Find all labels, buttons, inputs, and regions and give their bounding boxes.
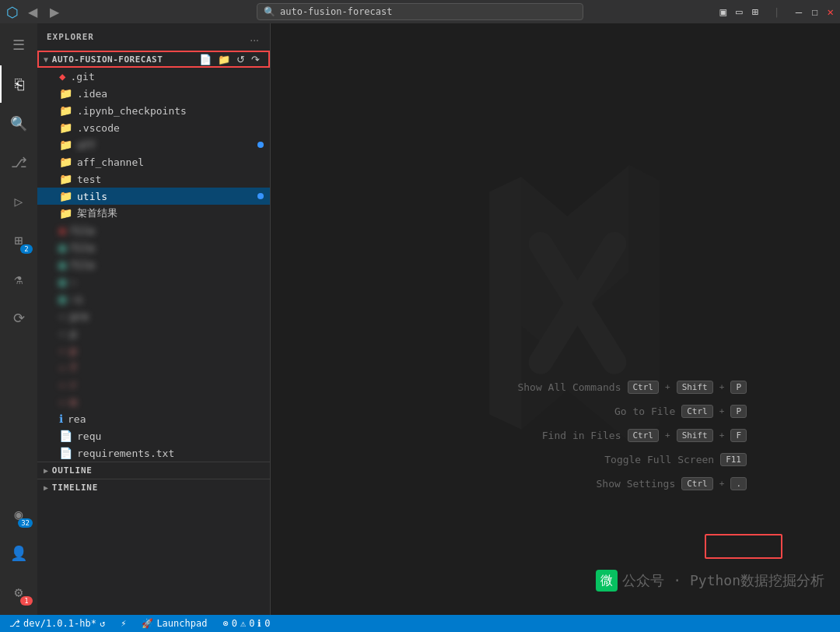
tree-item-file-green-3[interactable]: ▦ ~ bbox=[37, 273, 270, 290]
tree-item-label-ipynb: .ipynb_checkpoints bbox=[77, 105, 187, 117]
activity-settings[interactable]: ⚙ 1 bbox=[0, 573, 37, 610]
activity-extensions[interactable]: ⊞ 2 bbox=[0, 221, 37, 258]
tree-item-fr[interactable]: — r bbox=[37, 376, 270, 393]
project-action-icons: 📄 📁 ↺ ↷ bbox=[197, 53, 262, 66]
tree-item-vscode[interactable]: 📁 .vscode bbox=[37, 119, 270, 136]
explorer-tree: ▼ AUTO-FUSION-FORECAST 📄 📁 ↺ ↷ ◆ .git 📁 bbox=[37, 51, 270, 615]
tree-item-label-fp: p bbox=[70, 345, 76, 356]
titlebar: ⬡ ◀ ▶ 🔍 auto-fusion-forecast ▣ ▭ ⊞ | — ☐… bbox=[0, 0, 840, 23]
kbd-plus-4: + bbox=[665, 430, 670, 441]
kbd-plus-3: + bbox=[719, 406, 725, 416]
content-area: Show All Commands Ctrl + Shift + P Go to… bbox=[271, 23, 840, 615]
timeline-label: TIMELINE bbox=[52, 483, 98, 493]
sidebar-header: EXPLORER ... bbox=[37, 23, 270, 51]
activity-menu[interactable]: ☰ bbox=[0, 26, 37, 64]
tree-item-git[interactable]: ◆ .git bbox=[37, 68, 270, 85]
new-file-button[interactable]: 📄 bbox=[197, 53, 214, 66]
outline-section-header[interactable]: ▶ OUTLINE bbox=[37, 462, 270, 479]
tree-item-results[interactable]: 📁 架首结果 bbox=[37, 205, 270, 222]
kbd-plus-5: + bbox=[719, 430, 725, 441]
status-remote[interactable]: ⚡ bbox=[117, 615, 129, 632]
kbd-p: P bbox=[730, 381, 747, 394]
shortcut-row-find: Find in Files Ctrl + Shift + F bbox=[517, 429, 747, 442]
activity-accounts[interactable]: 👤 bbox=[0, 534, 37, 571]
search-bar[interactable]: 🔍 auto-fusion-forecast bbox=[257, 3, 583, 20]
shortcut-label-settings: Show Settings bbox=[597, 478, 676, 490]
back-button[interactable]: ◀ bbox=[25, 3, 40, 21]
kbd-shift: Shift bbox=[677, 381, 713, 394]
shortcut-row-settings: Show Settings Ctrl + . bbox=[517, 477, 747, 490]
tree-item-requirements[interactable]: 📄 requirements.txt bbox=[37, 444, 270, 462]
layout-icon-3[interactable]: ⊞ bbox=[751, 5, 758, 18]
tree-item-label-utils: utils bbox=[77, 191, 107, 202]
status-launchpad[interactable]: 🚀 Launchpad bbox=[138, 615, 210, 632]
tree-item-idea[interactable]: 📁 .idea bbox=[37, 85, 270, 102]
activity-testing[interactable]: ⚗ bbox=[0, 260, 37, 297]
file-red-icon: — bbox=[59, 344, 65, 356]
kbd-plus-2: + bbox=[719, 382, 725, 392]
file-red-icon-4: — bbox=[59, 395, 65, 408]
tree-item-label-requ: requ bbox=[77, 430, 101, 442]
status-branch[interactable]: ⎇ dev/1.0.1-hb* ↺ bbox=[6, 615, 108, 632]
file-red-icon-2: — bbox=[59, 361, 65, 374]
tree-item-file-green-1[interactable]: ▦ file bbox=[37, 239, 270, 256]
project-header[interactable]: ▼ AUTO-FUSION-FORECAST 📄 📁 ↺ ↷ bbox=[37, 51, 270, 68]
timeline-section-header[interactable]: ▶ TIMELINE bbox=[37, 479, 270, 496]
shortcut-row-fullscreen: Toggle Full Screen F11 bbox=[517, 453, 747, 466]
settings-badge: 1 bbox=[20, 596, 33, 606]
sync-icon: ↺ bbox=[100, 618, 105, 629]
wechat-icon: 微 bbox=[596, 570, 618, 592]
status-errors[interactable]: ⊗ 0 ⚠ 0 ℹ 0 bbox=[219, 615, 273, 632]
statusbar: ⎇ dev/1.0.1-hb* ↺ ⚡ 🚀 Launchpad ⊗ 0 ⚠ 0 … bbox=[0, 615, 840, 632]
activity-bottom: ◉ 32 👤 ⚙ 1 bbox=[0, 495, 37, 615]
tree-item-hazard[interactable]: ◆ file bbox=[37, 222, 270, 239]
kbd-dot: . bbox=[730, 477, 747, 490]
project-name: AUTO-FUSION-FORECAST bbox=[52, 54, 163, 65]
close-button[interactable]: ✕ bbox=[828, 5, 834, 18]
tree-item-fp[interactable]: — p bbox=[37, 342, 270, 359]
activity-source-control-badge[interactable]: ◉ 32 bbox=[0, 495, 37, 532]
collapse-button[interactable]: ↷ bbox=[249, 53, 262, 66]
hazard-icon: ◆ bbox=[59, 224, 65, 237]
refresh-button[interactable]: ↺ bbox=[234, 53, 247, 66]
folder-icon: 📁 bbox=[59, 207, 72, 219]
tree-item-file-green-2[interactable]: ▦ file bbox=[37, 256, 270, 273]
folder-icon: 📁 bbox=[59, 87, 72, 100]
main-area: ☰ ⎗ 🔍 ⎇ ▷ ⊞ 2 ⚗ ⟳ ◉ 32 👤 bbox=[0, 23, 840, 615]
tree-item-requ[interactable]: 📄 requ bbox=[37, 427, 270, 444]
layout-icon-1[interactable]: ▣ bbox=[720, 5, 726, 18]
tree-item-label-test: test bbox=[77, 174, 101, 185]
source-control-badge-count: 32 bbox=[18, 518, 33, 528]
tree-item-label-fr: r bbox=[70, 379, 76, 391]
tree-item-file-green-4[interactable]: ▦ ~s bbox=[37, 290, 270, 307]
activity-search[interactable]: 🔍 bbox=[0, 104, 37, 142]
new-folder-button[interactable]: 📁 bbox=[215, 53, 233, 66]
sidebar: EXPLORER ... ▼ AUTO-FUSION-FORECAST 📄 📁 … bbox=[37, 23, 271, 615]
tree-item-label-requirements: requirements.txt bbox=[77, 448, 174, 459]
project-chevron-icon: ▼ bbox=[44, 55, 49, 64]
activity-source-control[interactable]: ⎇ bbox=[0, 143, 37, 181]
tree-item-utils[interactable]: 📁 utils bbox=[37, 188, 270, 205]
activity-explorer[interactable]: ⎗ bbox=[0, 65, 37, 103]
folder-icon: 📁 bbox=[59, 139, 72, 151]
forward-button[interactable]: ▶ bbox=[47, 3, 62, 21]
activity-run[interactable]: ▷ bbox=[0, 182, 37, 219]
tree-item-pre2[interactable]: — p bbox=[37, 325, 270, 342]
tree-item-aff[interactable]: 📁 aff bbox=[37, 136, 270, 153]
maximize-button[interactable]: ☐ bbox=[811, 5, 817, 18]
folder-icon: 📁 bbox=[59, 121, 72, 134]
tree-item-label-fg3: ~ bbox=[70, 276, 76, 288]
tree-item-aff-channel[interactable]: 📁 aff_channel bbox=[37, 153, 270, 170]
tree-item-test[interactable]: 📁 test bbox=[37, 170, 270, 188]
tree-item-fm[interactable]: — m bbox=[37, 393, 270, 410]
sidebar-more-button[interactable]: ... bbox=[248, 30, 261, 45]
activity-remote[interactable]: ⟳ bbox=[0, 299, 37, 336]
explorer-icon: ⎗ bbox=[15, 75, 24, 93]
tree-item-ipynb[interactable]: 📁 .ipynb_checkpoints bbox=[37, 102, 270, 119]
tree-item-readme[interactable]: ℹ rea bbox=[37, 410, 270, 427]
layout-icon-2[interactable]: ▭ bbox=[736, 5, 742, 18]
tree-item-ff[interactable]: — f bbox=[37, 359, 270, 376]
tree-item-label-pre2: p bbox=[70, 328, 76, 339]
tree-item-pre1[interactable]: — pre bbox=[37, 307, 270, 325]
minimize-button[interactable]: — bbox=[796, 5, 802, 18]
